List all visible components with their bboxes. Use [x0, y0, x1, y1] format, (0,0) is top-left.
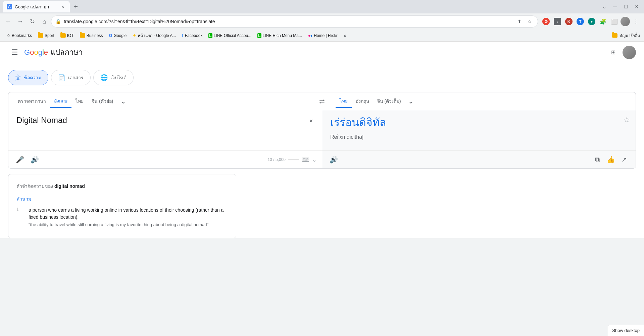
- lang-chinese-simplified-button[interactable]: จีน (ตัวย่อ): [88, 95, 117, 108]
- user-profile-avatar[interactable]: [623, 46, 636, 59]
- tab-close-button[interactable]: ×: [60, 4, 66, 10]
- ext-no-icon[interactable]: ⊘: [541, 16, 551, 27]
- tab-title: Google แปลภาษา: [15, 3, 57, 10]
- browser-right-icons: ⊘ ↓ K T ● 🧩 ⬜ ⋮: [541, 16, 641, 27]
- ext-k-icon[interactable]: K: [563, 16, 574, 27]
- bookmark-sport[interactable]: Sport: [35, 32, 57, 39]
- definition-number: 1: [16, 207, 23, 227]
- lang-english-button[interactable]: อังกฤษ: [50, 94, 71, 108]
- google-favicon: G: [109, 33, 112, 38]
- show-desktop-button[interactable]: Show desktop: [608, 325, 644, 336]
- feedback-icon[interactable]: 👍: [605, 154, 617, 166]
- favorite-button[interactable]: ☆: [624, 116, 630, 124]
- word-type-label: คำนาม: [16, 195, 228, 203]
- source-lang-more-button[interactable]: ⌄: [117, 95, 129, 107]
- restore-button[interactable]: □: [621, 2, 631, 11]
- translator-container: ตรวจหาภาษา อังกฤษ ไทย จีน (ตัวย่อ) ⌄ ⇌ ไ…: [8, 92, 636, 169]
- source-input[interactable]: Digital Nomad: [16, 116, 300, 142]
- menu-icon[interactable]: ⋮: [631, 16, 641, 27]
- tab-text-label: ข้อความ: [24, 74, 41, 81]
- bookmark-iot[interactable]: IOT: [58, 32, 77, 39]
- copy-icon[interactable]: ⧉: [591, 154, 603, 166]
- bookmark-homepage[interactable]: ✦ หน้าแรก - Google A...: [130, 31, 179, 40]
- bookmark-flickr-label: Home | Flickr: [314, 33, 337, 38]
- share-icon[interactable]: ↗: [618, 154, 630, 166]
- expand-icon[interactable]: ⌄: [312, 157, 316, 163]
- reload-button[interactable]: ↻: [27, 16, 38, 27]
- tab-website[interactable]: 🌐 เว็บไซต์: [93, 70, 134, 85]
- bookmark-star-icon[interactable]: ☆: [526, 17, 534, 26]
- bookmark-facebook-label: Facebook: [185, 33, 203, 38]
- line-favicon-1: L: [208, 33, 212, 38]
- lang-chinese-traditional-button[interactable]: จีน (ตัวเต็ม): [373, 95, 405, 108]
- ext-puzzle-icon[interactable]: 🧩: [598, 16, 608, 27]
- ext-translate-icon[interactable]: T: [575, 16, 586, 27]
- tab-text[interactable]: 文 ข้อความ: [8, 70, 48, 85]
- definition-header: คำจำกัดความของ digital nomad: [16, 182, 228, 190]
- user-avatar[interactable]: [621, 17, 630, 26]
- address-bar[interactable]: 🔒 translate.google.com/?sl=en&tl=th&text…: [51, 15, 538, 28]
- home-button[interactable]: ⌂: [39, 16, 50, 27]
- active-tab[interactable]: G Google แปลภาษา ×: [3, 1, 70, 12]
- google-logo-text: Google: [24, 48, 48, 57]
- app-logo: Google แปลภาษา: [24, 46, 83, 58]
- close-window-button[interactable]: ×: [632, 2, 641, 11]
- lock-icon: 🔒: [55, 19, 61, 24]
- document-mode-icon: 📄: [58, 74, 65, 81]
- definition-section: คำจำกัดความของ digital nomad คำนาม 1 a p…: [8, 174, 236, 238]
- app-header: ☰ Google แปลภาษา ⊞: [0, 42, 644, 63]
- ext-teal-icon[interactable]: ●: [586, 16, 597, 27]
- share-icon[interactable]: ⬆: [515, 17, 524, 26]
- bookmark-google[interactable]: G Google: [106, 32, 129, 39]
- split-view-icon[interactable]: ⬜: [609, 16, 620, 27]
- bookmark-star-icon[interactable]: ☆ Bookmarks: [4, 32, 35, 39]
- definition-term: digital nomad: [54, 183, 85, 189]
- source-panel-footer: 🎤 🔊 13 / 5,000 ⌨ ⌄: [8, 151, 322, 168]
- target-lang-more-button[interactable]: ⌄: [405, 95, 417, 107]
- bookmark-line2[interactable]: L LINE Rich Menu Ma...: [255, 32, 305, 39]
- swap-languages-button[interactable]: ⇌: [314, 97, 330, 105]
- flickr-favicon: ●●: [308, 34, 312, 38]
- folder-icon: [60, 33, 66, 38]
- bookmark-facebook[interactable]: f Facebook: [179, 32, 205, 39]
- target-panel-footer: 🔊 ⧉ 👍 ↗: [322, 151, 636, 168]
- bookmarks-label: Bookmarks: [12, 33, 32, 38]
- bookmark-line1[interactable]: L LINE Official Accou...: [206, 32, 254, 39]
- clear-input-button[interactable]: ×: [306, 116, 316, 126]
- website-mode-icon: 🌐: [100, 74, 108, 81]
- bookmark-business-label: Business: [87, 33, 103, 38]
- bookmark-business[interactable]: Business: [77, 32, 106, 39]
- lang-detect-button[interactable]: ตรวจหาภาษา: [14, 95, 50, 108]
- new-tab-button[interactable]: +: [71, 2, 81, 11]
- tab-bar: G Google แปลภาษา × + ⌄ ─ □ ×: [0, 0, 644, 13]
- ext-download-icon[interactable]: ↓: [552, 16, 563, 27]
- text-mode-icon: 文: [15, 74, 21, 82]
- translated-text: เร่ร่อนดิจิทัล: [330, 116, 628, 130]
- target-language-panel: ไทย อังกฤษ จีน (ตัวเต็ม) ⌄: [330, 92, 636, 110]
- lang-thai-target-button[interactable]: ไทย: [336, 94, 352, 108]
- forward-button[interactable]: →: [15, 16, 26, 27]
- speaker-source-icon[interactable]: 🔊: [29, 154, 41, 166]
- bookmarks-more-button[interactable]: »: [342, 31, 349, 40]
- bookmark-flickr[interactable]: ●● Home | Flickr: [305, 32, 340, 39]
- lang-thai-source-button[interactable]: ไทย: [71, 95, 88, 108]
- back-button[interactable]: ←: [3, 16, 13, 27]
- apps-grid-icon[interactable]: ⊞: [606, 46, 620, 59]
- app-title: แปลภาษา: [51, 46, 83, 58]
- tab-website-label: เว็บไซต์: [110, 74, 127, 81]
- menu-hamburger-icon[interactable]: ☰: [8, 46, 21, 59]
- speaker-target-icon[interactable]: 🔊: [328, 154, 340, 166]
- tab-document[interactable]: 📄 เอกสาร: [51, 70, 91, 85]
- target-panel: เร่ร่อนดิจิทัล Rèr̀xn dicithal̩ ☆ 🔊 ⧉ 👍 …: [322, 110, 636, 168]
- right-folder-icon: [612, 33, 617, 38]
- line-favicon-2: L: [257, 33, 261, 38]
- keyboard-icon[interactable]: ⌨: [302, 157, 309, 163]
- lang-english-target-button[interactable]: อังกฤษ: [352, 95, 373, 108]
- microphone-icon[interactable]: 🎤: [14, 154, 26, 166]
- bookmark-sport-label: Sport: [45, 33, 54, 38]
- collapse-icon[interactable]: ⌄: [600, 2, 609, 11]
- source-language-panel: ตรวจหาภาษา อังกฤษ ไทย จีน (ตัวย่อ) ⌄: [8, 92, 314, 110]
- definition-item: 1 a person who earns a living working on…: [16, 207, 228, 227]
- bookmark-line2-label: LINE Rich Menu Ma...: [263, 33, 302, 38]
- minimize-button[interactable]: ─: [610, 2, 620, 11]
